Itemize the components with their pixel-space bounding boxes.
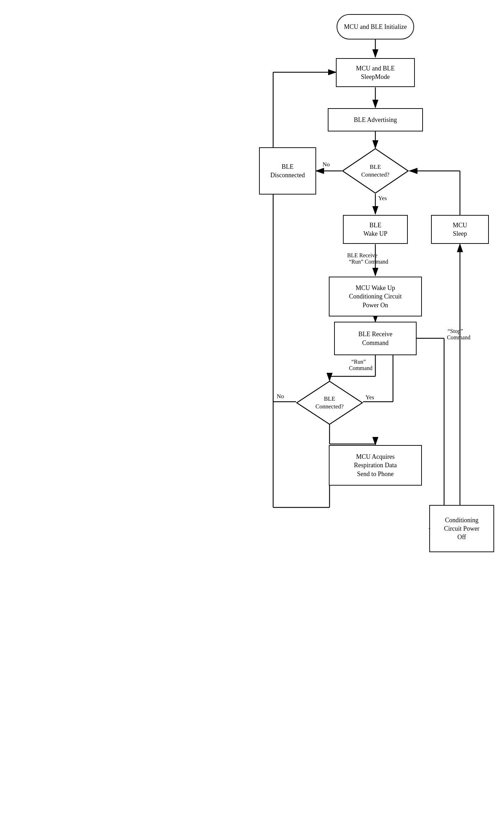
svg-text:Yes: Yes	[378, 195, 387, 202]
svg-text:BLE Receive: BLE Receive	[347, 252, 377, 258]
ble-disconnected-box: BLEDisconnected	[259, 147, 316, 195]
mcu-acquires-box: MCU AcquiresRespiration DataSend to Phon…	[329, 445, 422, 486]
svg-text:“Stop”: “Stop”	[448, 328, 463, 334]
flowchart	[7, 7, 252, 810]
mcu-sleep-box: MCUSleep	[431, 215, 489, 244]
svg-text:Yes: Yes	[365, 394, 374, 401]
ble-wakeup-box: BLEWake UP	[343, 215, 408, 244]
svg-text:“Run”: “Run”	[351, 359, 366, 365]
svg-text:No: No	[322, 161, 330, 168]
mcu-wakeup-power-on-box: MCU Wake UpConditioning CircuitPower On	[329, 277, 422, 316]
svg-text:Command: Command	[447, 334, 471, 340]
svg-text:Command: Command	[349, 365, 373, 371]
ble-receive-command-box: BLE ReceiveCommand	[334, 322, 417, 355]
ble-advertising-box: BLE Advertising	[328, 108, 423, 131]
initialize-box: MCU and BLE Initialize	[337, 14, 414, 39]
sleep-mode-box: MCU and BLESleepMode	[336, 58, 415, 87]
svg-text:No: No	[277, 393, 284, 400]
flowchart-main: Yes No BLE Receive “Run” Command “Stop” …	[252, 7, 497, 810]
ble-connected-diamond-1: BLEConnected?	[342, 148, 409, 194]
conditioning-power-off-box: ConditioningCircuit PowerOff	[429, 505, 494, 552]
ble-connected-diamond-2: BLEConnected?	[296, 381, 363, 425]
svg-text:“Run” Command: “Run” Command	[349, 259, 388, 265]
